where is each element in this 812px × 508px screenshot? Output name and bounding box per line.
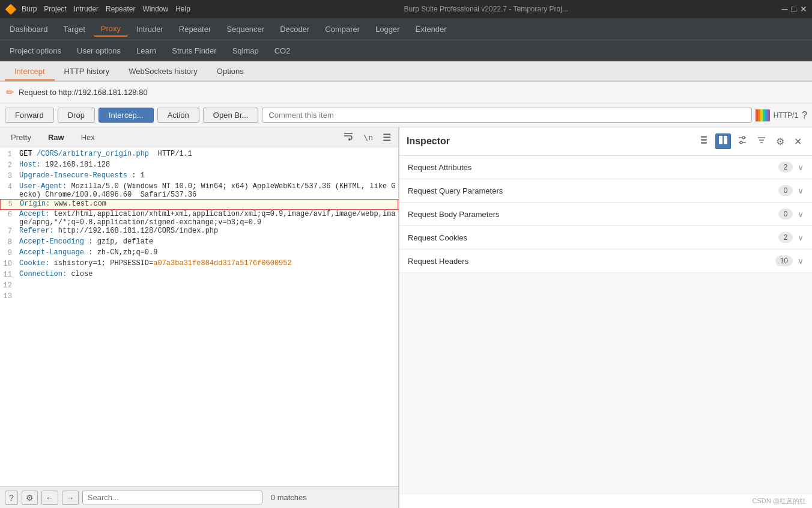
nav-project-options[interactable]: Project options bbox=[2, 44, 68, 58]
menu-help[interactable]: Help bbox=[175, 5, 190, 13]
view-tab-pretty[interactable]: Pretty bbox=[5, 131, 37, 144]
inspector-title: Inspector bbox=[407, 136, 691, 147]
view-icons: \n ☰ bbox=[341, 130, 393, 144]
headers-count: 10 bbox=[775, 256, 793, 266]
nav-user-options[interactable]: User options bbox=[70, 44, 128, 58]
chevron-down-icon: ∨ bbox=[798, 162, 804, 172]
close-button[interactable]: ✕ bbox=[800, 4, 807, 14]
request-attributes-count: 2 bbox=[778, 162, 793, 173]
svg-rect-1 bbox=[758, 109, 760, 121]
menu-repeater[interactable]: Repeater bbox=[106, 5, 135, 13]
watermark: CSDN @红蓝的红 bbox=[399, 494, 812, 508]
svg-rect-7 bbox=[701, 139, 707, 141]
nav-proxy[interactable]: Proxy bbox=[94, 22, 128, 37]
nav-co2[interactable]: CO2 bbox=[267, 44, 298, 58]
tab-websockets-history[interactable]: WebSockets history bbox=[119, 63, 207, 81]
main-content: Pretty Raw Hex \n ☰ 1 GET /CORS/arbitrar… bbox=[0, 127, 812, 508]
inspector-row-cookies[interactable]: Request Cookies 2 ∨ bbox=[399, 226, 812, 249]
nav-bar-main: Dashboard Target Proxy Intruder Repeater… bbox=[0, 18, 812, 40]
svg-point-14 bbox=[740, 141, 742, 144]
code-line-1: 1 GET /CORS/arbitrary_origin.php HTTP/1.… bbox=[0, 150, 398, 161]
settings-button[interactable]: ⚙ bbox=[22, 491, 38, 505]
menu-window[interactable]: Window bbox=[142, 5, 168, 13]
svg-point-12 bbox=[742, 136, 745, 139]
svg-rect-10 bbox=[724, 136, 727, 144]
nav-sqlmap[interactable]: Sqlmap bbox=[225, 44, 266, 58]
svg-rect-3 bbox=[763, 109, 765, 121]
sort-icon[interactable] bbox=[754, 133, 769, 149]
inspector-settings-icon[interactable]: ⚙ bbox=[773, 134, 787, 149]
left-panel: Pretty Raw Hex \n ☰ 1 GET /CORS/arbitrar… bbox=[0, 127, 399, 508]
svg-rect-6 bbox=[701, 136, 707, 138]
dual-col-icon[interactable] bbox=[715, 133, 731, 149]
single-col-icon[interactable] bbox=[696, 133, 712, 149]
right-panel: Inspector bbox=[399, 127, 812, 508]
code-line-7: 7 Referer: http://192.168.181.128/CORS/i… bbox=[0, 227, 398, 237]
nav-bar-secondary: Project options User options Learn Strut… bbox=[0, 40, 812, 61]
http-version: HTTP/1 bbox=[774, 111, 798, 120]
inspector-sections: Request Attributes 2 ∨ Request Query Par… bbox=[399, 156, 812, 494]
nav-struts-finder[interactable]: Struts Finder bbox=[165, 44, 223, 58]
svg-rect-9 bbox=[719, 136, 723, 144]
nav-decoder[interactable]: Decoder bbox=[273, 22, 317, 36]
minimize-button[interactable]: ─ bbox=[782, 4, 788, 14]
proxy-sub-tabs: Intercept HTTP history WebSockets histor… bbox=[0, 61, 812, 82]
tab-http-history[interactable]: HTTP history bbox=[55, 63, 120, 81]
menu-icon[interactable]: ☰ bbox=[380, 130, 393, 144]
menu-intruder[interactable]: Intruder bbox=[74, 5, 98, 13]
code-area[interactable]: 1 GET /CORS/arbitrary_origin.php HTTP/1.… bbox=[0, 147, 398, 486]
inspector-row-query-params[interactable]: Request Query Parameters 0 ∨ bbox=[399, 179, 812, 203]
nav-dashboard[interactable]: Dashboard bbox=[2, 22, 55, 36]
code-line-8: 8 Accept-Encoding : gzip, deflate bbox=[0, 237, 398, 248]
nav-sequencer[interactable]: Sequencer bbox=[219, 22, 271, 36]
chevron-down-icon-5: ∨ bbox=[798, 256, 804, 266]
code-line-5: 5 Origin: www.test.com bbox=[0, 199, 398, 210]
newlines-icon[interactable]: \n bbox=[361, 132, 375, 143]
action-button[interactable]: Action bbox=[157, 108, 199, 123]
svg-rect-5 bbox=[768, 109, 770, 121]
forward-button[interactable]: Forward bbox=[5, 108, 54, 123]
chevron-down-icon-2: ∨ bbox=[798, 186, 804, 195]
code-line-11: 11 Connection: close bbox=[0, 270, 398, 281]
svg-rect-4 bbox=[765, 109, 768, 121]
matches-badge: 0 matches bbox=[271, 493, 307, 502]
nav-extender[interactable]: Extender bbox=[408, 22, 454, 36]
inspector-close-icon[interactable]: ✕ bbox=[791, 134, 805, 149]
tab-options[interactable]: Options bbox=[207, 63, 253, 81]
inspector-row-headers[interactable]: Request Headers 10 ∨ bbox=[399, 249, 812, 273]
view-tab-raw[interactable]: Raw bbox=[42, 131, 70, 144]
intercept-button[interactable]: Intercep... bbox=[98, 108, 154, 123]
view-tabs: Pretty Raw Hex \n ☰ bbox=[0, 127, 398, 147]
bottom-bar: ? ⚙ ← → 0 matches bbox=[0, 486, 398, 508]
nav-logger[interactable]: Logger bbox=[368, 22, 407, 36]
nav-comparer[interactable]: Comparer bbox=[318, 22, 367, 36]
chevron-down-icon-4: ∨ bbox=[798, 233, 804, 242]
code-line-10: 10 Cookie: ishistory=1; PHPSESSID=a07a3b… bbox=[0, 259, 398, 270]
nav-intruder[interactable]: Intruder bbox=[129, 22, 171, 36]
code-line-2: 2 Host: 192.168.181.128 bbox=[0, 161, 398, 171]
nav-repeater[interactable]: Repeater bbox=[172, 22, 218, 36]
forward-nav-button[interactable]: → bbox=[62, 491, 79, 505]
back-button[interactable]: ← bbox=[41, 491, 58, 505]
open-browser-button[interactable]: Open Br... bbox=[203, 108, 259, 123]
app-icon: 🔶 bbox=[5, 4, 17, 15]
view-tab-hex[interactable]: Hex bbox=[75, 131, 101, 144]
wrap-icon[interactable] bbox=[341, 130, 356, 144]
inspector-icon-group: ⚙ ✕ bbox=[696, 133, 805, 149]
inspector-row-body-params[interactable]: Request Body Parameters 0 ∨ bbox=[399, 203, 812, 226]
inspector-row-request-attributes[interactable]: Request Attributes 2 ∨ bbox=[399, 156, 812, 179]
nav-learn[interactable]: Learn bbox=[129, 44, 163, 58]
menu-project[interactable]: Project bbox=[44, 5, 66, 13]
comment-input[interactable] bbox=[262, 108, 751, 123]
maximize-button[interactable]: □ bbox=[792, 4, 796, 14]
menu-burp[interactable]: Burp bbox=[22, 5, 37, 13]
nav-target[interactable]: Target bbox=[56, 22, 92, 36]
help-button[interactable]: ? bbox=[5, 491, 18, 505]
tab-intercept[interactable]: Intercept bbox=[5, 63, 55, 81]
adjust-icon[interactable] bbox=[735, 133, 750, 149]
search-input[interactable] bbox=[82, 491, 262, 504]
drop-button[interactable]: Drop bbox=[58, 108, 95, 123]
chevron-down-icon-3: ∨ bbox=[798, 209, 804, 219]
http-help-button[interactable]: ? bbox=[802, 110, 807, 121]
svg-rect-8 bbox=[701, 142, 707, 144]
